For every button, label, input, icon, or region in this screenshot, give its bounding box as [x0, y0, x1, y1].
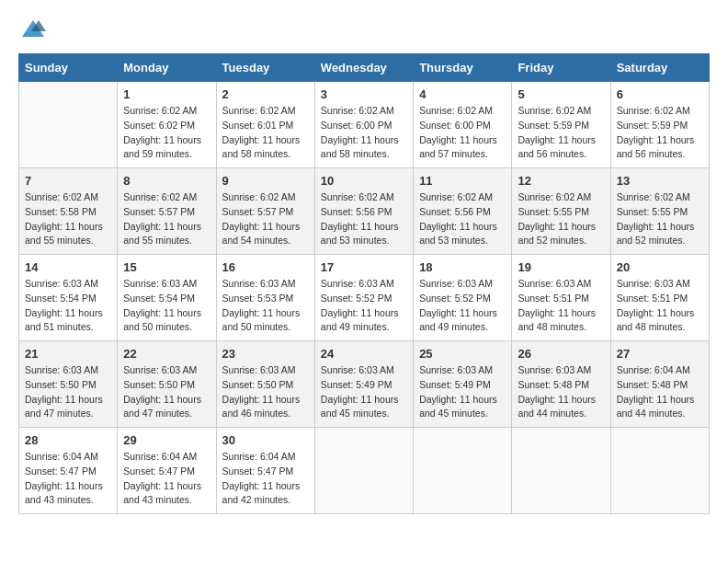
col-header-sunday: Sunday — [19, 54, 118, 82]
day-info: Sunrise: 6:03 AMSunset: 5:49 PMDaylight:… — [419, 363, 506, 421]
day-info: Sunrise: 6:03 AMSunset: 5:54 PMDaylight:… — [25, 277, 111, 335]
calendar-cell: 25Sunrise: 6:03 AMSunset: 5:49 PMDayligh… — [414, 341, 512, 428]
day-number: 16 — [222, 260, 309, 274]
day-number: 15 — [123, 260, 210, 274]
day-info: Sunrise: 6:03 AMSunset: 5:48 PMDaylight:… — [518, 363, 604, 421]
calendar-cell: 9Sunrise: 6:02 AMSunset: 5:57 PMDaylight… — [216, 168, 314, 255]
day-info: Sunrise: 6:02 AMSunset: 5:59 PMDaylight:… — [617, 104, 703, 162]
day-number: 14 — [25, 260, 111, 274]
calendar-cell: 8Sunrise: 6:02 AMSunset: 5:57 PMDaylight… — [118, 168, 216, 255]
col-header-thursday: Thursday — [414, 54, 512, 82]
calendar-cell: 5Sunrise: 6:02 AMSunset: 5:59 PMDaylight… — [512, 82, 610, 168]
day-number: 13 — [617, 174, 703, 188]
day-number: 27 — [617, 347, 703, 361]
day-number: 10 — [321, 174, 407, 188]
day-info: Sunrise: 6:04 AMSunset: 5:47 PMDaylight:… — [222, 450, 309, 508]
day-number: 26 — [518, 347, 604, 361]
col-header-wednesday: Wednesday — [314, 54, 413, 82]
calendar-cell: 24Sunrise: 6:03 AMSunset: 5:49 PMDayligh… — [314, 341, 413, 428]
calendar-cell — [610, 428, 709, 514]
calendar-cell: 27Sunrise: 6:04 AMSunset: 5:48 PMDayligh… — [610, 341, 709, 428]
calendar-cell: 22Sunrise: 6:03 AMSunset: 5:50 PMDayligh… — [118, 341, 216, 428]
calendar-cell: 13Sunrise: 6:02 AMSunset: 5:55 PMDayligh… — [610, 168, 709, 255]
calendar-cell: 10Sunrise: 6:02 AMSunset: 5:56 PMDayligh… — [314, 168, 413, 255]
day-number: 7 — [25, 174, 111, 188]
col-header-friday: Friday — [512, 54, 610, 82]
day-info: Sunrise: 6:02 AMSunset: 5:55 PMDaylight:… — [518, 190, 604, 248]
day-info: Sunrise: 6:02 AMSunset: 5:57 PMDaylight:… — [123, 190, 210, 248]
day-info: Sunrise: 6:03 AMSunset: 5:50 PMDaylight:… — [222, 363, 309, 421]
col-header-monday: Monday — [118, 54, 216, 82]
calendar-cell: 21Sunrise: 6:03 AMSunset: 5:50 PMDayligh… — [19, 341, 118, 428]
day-number: 1 — [123, 87, 210, 101]
day-number: 24 — [321, 347, 407, 361]
day-info: Sunrise: 6:03 AMSunset: 5:53 PMDaylight:… — [222, 277, 309, 335]
day-info: Sunrise: 6:03 AMSunset: 5:51 PMDaylight:… — [518, 277, 604, 335]
calendar-cell: 18Sunrise: 6:03 AMSunset: 5:52 PMDayligh… — [414, 255, 512, 341]
calendar-cell: 16Sunrise: 6:03 AMSunset: 5:53 PMDayligh… — [216, 255, 314, 341]
day-info: Sunrise: 6:02 AMSunset: 5:56 PMDaylight:… — [321, 190, 407, 248]
header — [18, 18, 710, 39]
day-number: 11 — [419, 174, 506, 188]
calendar-cell — [19, 82, 118, 168]
day-info: Sunrise: 6:02 AMSunset: 5:56 PMDaylight:… — [419, 190, 506, 248]
day-info: Sunrise: 6:02 AMSunset: 6:00 PMDaylight:… — [419, 104, 506, 162]
calendar-cell: 28Sunrise: 6:04 AMSunset: 5:47 PMDayligh… — [19, 428, 118, 514]
calendar-cell — [314, 428, 413, 514]
day-info: Sunrise: 6:02 AMSunset: 5:55 PMDaylight:… — [617, 190, 703, 248]
calendar-week-1: 1Sunrise: 6:02 AMSunset: 6:02 PMDaylight… — [19, 82, 710, 168]
calendar-cell — [512, 428, 610, 514]
logo — [18, 18, 46, 39]
calendar-cell: 11Sunrise: 6:02 AMSunset: 5:56 PMDayligh… — [414, 168, 512, 255]
calendar-cell: 30Sunrise: 6:04 AMSunset: 5:47 PMDayligh… — [216, 428, 314, 514]
calendar-table: SundayMondayTuesdayWednesdayThursdayFrid… — [18, 53, 710, 514]
day-info: Sunrise: 6:03 AMSunset: 5:49 PMDaylight:… — [321, 363, 407, 421]
day-number: 22 — [123, 347, 210, 361]
day-info: Sunrise: 6:04 AMSunset: 5:47 PMDaylight:… — [123, 450, 210, 508]
day-number: 8 — [123, 174, 210, 188]
day-number: 25 — [419, 347, 506, 361]
day-info: Sunrise: 6:03 AMSunset: 5:50 PMDaylight:… — [25, 363, 111, 421]
calendar-week-4: 21Sunrise: 6:03 AMSunset: 5:50 PMDayligh… — [19, 341, 710, 428]
day-info: Sunrise: 6:04 AMSunset: 5:47 PMDaylight:… — [25, 450, 111, 508]
calendar-cell: 29Sunrise: 6:04 AMSunset: 5:47 PMDayligh… — [118, 428, 216, 514]
calendar-cell: 19Sunrise: 6:03 AMSunset: 5:51 PMDayligh… — [512, 255, 610, 341]
calendar-cell: 1Sunrise: 6:02 AMSunset: 6:02 PMDaylight… — [118, 82, 216, 168]
calendar-header: SundayMondayTuesdayWednesdayThursdayFrid… — [19, 54, 710, 82]
day-number: 5 — [518, 87, 604, 101]
day-info: Sunrise: 6:02 AMSunset: 6:01 PMDaylight:… — [222, 104, 309, 162]
logo-icon — [20, 18, 46, 39]
calendar-cell: 12Sunrise: 6:02 AMSunset: 5:55 PMDayligh… — [512, 168, 610, 255]
col-header-tuesday: Tuesday — [216, 54, 314, 82]
day-info: Sunrise: 6:03 AMSunset: 5:52 PMDaylight:… — [321, 277, 407, 335]
calendar-week-2: 7Sunrise: 6:02 AMSunset: 5:58 PMDaylight… — [19, 168, 710, 255]
calendar-cell: 20Sunrise: 6:03 AMSunset: 5:51 PMDayligh… — [610, 255, 709, 341]
day-info: Sunrise: 6:03 AMSunset: 5:51 PMDaylight:… — [617, 277, 703, 335]
calendar-cell: 15Sunrise: 6:03 AMSunset: 5:54 PMDayligh… — [118, 255, 216, 341]
day-number: 3 — [321, 87, 407, 101]
day-info: Sunrise: 6:03 AMSunset: 5:52 PMDaylight:… — [419, 277, 506, 335]
day-number: 20 — [617, 260, 703, 274]
day-number: 18 — [419, 260, 506, 274]
calendar-cell: 26Sunrise: 6:03 AMSunset: 5:48 PMDayligh… — [512, 341, 610, 428]
day-number: 21 — [25, 347, 111, 361]
day-number: 12 — [518, 174, 604, 188]
calendar-week-5: 28Sunrise: 6:04 AMSunset: 5:47 PMDayligh… — [19, 428, 710, 514]
day-info: Sunrise: 6:02 AMSunset: 5:58 PMDaylight:… — [25, 190, 111, 248]
calendar-cell: 23Sunrise: 6:03 AMSunset: 5:50 PMDayligh… — [216, 341, 314, 428]
day-number: 30 — [222, 433, 309, 447]
calendar-cell: 2Sunrise: 6:02 AMSunset: 6:01 PMDaylight… — [216, 82, 314, 168]
day-number: 2 — [222, 87, 309, 101]
day-info: Sunrise: 6:02 AMSunset: 5:57 PMDaylight:… — [222, 190, 309, 248]
day-number: 23 — [222, 347, 309, 361]
day-info: Sunrise: 6:04 AMSunset: 5:48 PMDaylight:… — [617, 363, 703, 421]
day-number: 9 — [222, 174, 309, 188]
day-number: 28 — [25, 433, 111, 447]
day-number: 4 — [419, 87, 506, 101]
calendar-cell: 17Sunrise: 6:03 AMSunset: 5:52 PMDayligh… — [314, 255, 413, 341]
calendar-cell: 7Sunrise: 6:02 AMSunset: 5:58 PMDaylight… — [19, 168, 118, 255]
day-number: 29 — [123, 433, 210, 447]
calendar-cell: 14Sunrise: 6:03 AMSunset: 5:54 PMDayligh… — [19, 255, 118, 341]
day-number: 17 — [321, 260, 407, 274]
day-number: 6 — [617, 87, 703, 101]
